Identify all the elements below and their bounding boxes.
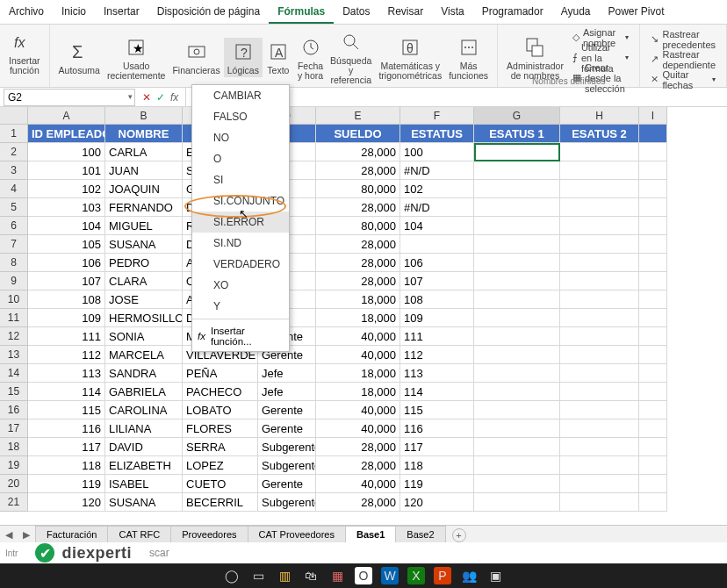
cell[interactable]: 106 xyxy=(400,254,474,272)
cell[interactable]: Gerente xyxy=(258,475,316,493)
cell[interactable] xyxy=(560,254,639,272)
trace-precedents-button[interactable]: ↘Rastrear precedentes xyxy=(651,30,716,48)
cell[interactable] xyxy=(560,364,639,383)
cell[interactable] xyxy=(560,161,639,180)
cell[interactable]: 101 xyxy=(28,161,105,180)
dropdown-item-si-conjunto[interactable]: SI.CONJUNTO xyxy=(192,190,289,212)
cell[interactable]: 107 xyxy=(400,272,474,290)
cell[interactable]: 28,000 xyxy=(316,272,400,290)
sheet-tab[interactable]: Base2 xyxy=(395,526,445,544)
recently-used-button[interactable]: ★ Usado recientemente xyxy=(104,33,169,82)
cell[interactable]: 117 xyxy=(28,438,105,456)
remove-arrows-button[interactable]: ⨯Quitar flechas▾ xyxy=(651,70,716,89)
cell[interactable]: 18,000 xyxy=(316,290,400,309)
cell[interactable]: 18,000 xyxy=(316,309,400,327)
cell[interactable]: 100 xyxy=(28,143,105,161)
cell[interactable]: 40,000 xyxy=(316,401,400,419)
cell[interactable] xyxy=(560,272,639,290)
cell[interactable]: FERNANDO xyxy=(105,198,183,217)
cell[interactable]: 114 xyxy=(28,383,105,401)
cell[interactable]: GABRIELA xyxy=(105,383,183,401)
table-header-cell[interactable]: NOMBRE xyxy=(105,125,183,143)
cell[interactable]: 104 xyxy=(28,217,105,235)
cell[interactable]: PEDRO xyxy=(105,254,183,272)
ribbon-tab-fórmulas[interactable]: Fórmulas xyxy=(269,0,334,24)
cell[interactable] xyxy=(639,364,667,383)
chevron-down-icon[interactable]: ▾ xyxy=(128,92,133,101)
cell[interactable] xyxy=(639,143,667,161)
logical-button[interactable]: ? Lógicas xyxy=(224,38,263,77)
cancel-formula-icon[interactable]: ✕ xyxy=(142,91,151,104)
text-button[interactable]: A Texto xyxy=(263,38,294,77)
cell[interactable]: 111 xyxy=(400,327,474,346)
cell[interactable]: 119 xyxy=(400,475,474,493)
cell[interactable]: 112 xyxy=(400,346,474,364)
cell[interactable] xyxy=(560,180,639,198)
row-header[interactable]: 9 xyxy=(0,272,28,290)
dropdown-item-xo[interactable]: XO xyxy=(192,275,289,296)
sheet-tab[interactable]: CAT RFC xyxy=(107,526,171,544)
cell[interactable]: 109 xyxy=(400,309,474,327)
cell[interactable] xyxy=(474,493,560,512)
cell[interactable] xyxy=(474,438,560,456)
row-header[interactable]: 1 xyxy=(0,125,28,143)
name-box[interactable]: G2 ▾ xyxy=(4,89,135,106)
cell[interactable]: 120 xyxy=(400,493,474,512)
cell[interactable] xyxy=(474,401,560,419)
cell[interactable]: 118 xyxy=(28,456,105,475)
cell[interactable] xyxy=(560,383,639,401)
cell[interactable] xyxy=(474,346,560,364)
cell[interactable]: ELIZABETH xyxy=(105,456,183,475)
cell[interactable] xyxy=(474,254,560,272)
cell[interactable] xyxy=(474,272,560,290)
cell[interactable] xyxy=(560,401,639,419)
cell[interactable] xyxy=(400,235,474,254)
select-all-corner[interactable] xyxy=(0,107,28,125)
cell[interactable] xyxy=(474,198,560,217)
cell[interactable]: 28,000 xyxy=(316,456,400,475)
cell[interactable] xyxy=(639,401,667,419)
cell[interactable]: CLARA xyxy=(105,272,183,290)
cell[interactable]: JUAN xyxy=(105,161,183,180)
cell[interactable] xyxy=(560,235,639,254)
fx-icon[interactable]: fx xyxy=(170,91,178,104)
cell[interactable] xyxy=(560,327,639,346)
cell[interactable]: Jefe xyxy=(258,364,316,383)
taskbar-outlook-icon[interactable]: O xyxy=(355,567,372,584)
row-header[interactable]: 17 xyxy=(0,419,28,438)
ribbon-tab-power-pivot[interactable]: Power Pivot xyxy=(600,0,673,24)
cell[interactable]: 119 xyxy=(28,475,105,493)
row-header[interactable]: 3 xyxy=(0,161,28,180)
cell[interactable] xyxy=(639,456,667,475)
cell[interactable]: 100 xyxy=(400,143,474,161)
taskbar-powerpoint-icon[interactable]: P xyxy=(434,567,451,584)
cell[interactable] xyxy=(474,475,560,493)
row-header[interactable]: 15 xyxy=(0,383,28,401)
cell[interactable]: Gerente xyxy=(258,419,316,438)
cell[interactable] xyxy=(639,217,667,235)
cell[interactable]: ISABEL xyxy=(105,475,183,493)
cell[interactable] xyxy=(474,217,560,235)
dropdown-item-falso[interactable]: FALSO xyxy=(192,106,289,127)
cell[interactable] xyxy=(560,419,639,438)
add-sheet-button[interactable]: + xyxy=(452,528,466,542)
taskbar-store-icon[interactable]: 🛍 xyxy=(302,567,320,584)
cell[interactable]: 116 xyxy=(28,419,105,438)
cell[interactable]: 106 xyxy=(28,254,105,272)
cell[interactable]: 109 xyxy=(28,309,105,327)
table-header-cell[interactable] xyxy=(639,125,667,143)
cell[interactable]: SONIA xyxy=(105,327,183,346)
cell[interactable]: 102 xyxy=(28,180,105,198)
cell[interactable] xyxy=(560,475,639,493)
cell[interactable]: 103 xyxy=(28,198,105,217)
cell[interactable] xyxy=(639,180,667,198)
table-header-cell[interactable]: ESTATUS xyxy=(400,125,474,143)
cell[interactable]: LOBATO xyxy=(183,401,258,419)
cell[interactable]: 108 xyxy=(28,290,105,309)
cell[interactable]: FLORES xyxy=(183,419,258,438)
cell[interactable] xyxy=(639,327,667,346)
column-header[interactable]: B xyxy=(105,107,183,125)
row-header[interactable]: 8 xyxy=(0,254,28,272)
row-header[interactable]: 19 xyxy=(0,456,28,475)
cell[interactable]: 102 xyxy=(400,180,474,198)
